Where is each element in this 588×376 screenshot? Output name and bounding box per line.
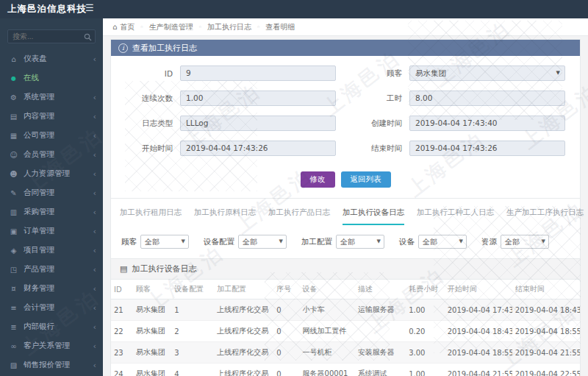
table-cell: 0.20 bbox=[406, 321, 444, 342]
sidebar-item-15[interactable]: ∞客户关系管理‹ bbox=[0, 336, 103, 355]
table-cell: 1.00 bbox=[406, 363, 444, 376]
chevron-left-icon: ‹ bbox=[93, 112, 96, 121]
breadcrumb-item-log[interactable]: 加工执行日志 bbox=[207, 22, 251, 32]
tab-worker-log[interactable]: 加工执行工种工人日志 bbox=[417, 207, 494, 225]
table-cell: 2019-04-04 21:55:26 bbox=[512, 342, 580, 363]
sidebar-item-9[interactable]: ▣订单管理‹ bbox=[0, 221, 103, 241]
chevron-left-icon: ‹ bbox=[93, 188, 96, 198]
sidebar-item-label: 系统管理 bbox=[24, 92, 54, 102]
table-cell: 运输服务器 bbox=[355, 299, 406, 321]
table-row[interactable]: 21易水集团1上线程序化交易0小卡车运输服务器1.002019-04-04 17… bbox=[111, 299, 580, 321]
sidebar-item-label: 人力资源管理 bbox=[24, 169, 70, 179]
chevron-left-icon: ‹ bbox=[93, 322, 96, 332]
sidebar-item-2[interactable]: ⚙系统管理‹ bbox=[0, 88, 103, 107]
log-type-input[interactable]: LLLog bbox=[180, 116, 336, 131]
sidebar-item-7[interactable]: ✎合同管理‹ bbox=[0, 183, 103, 202]
sidebar-item-10[interactable]: ◈项目管理‹ bbox=[0, 241, 103, 260]
tab-process-log[interactable]: 生产加工工序执行日志 bbox=[506, 207, 584, 225]
table-cell: 易水集团 bbox=[133, 342, 171, 363]
filter-process-config-select[interactable]: 全部▼ bbox=[336, 235, 384, 249]
table-cell: 上线程序化交易 bbox=[214, 363, 273, 376]
table-cell: 上线程序化交易 bbox=[214, 299, 273, 321]
chevron-left-icon: ‹ bbox=[93, 131, 96, 141]
caret-down-icon: ▼ bbox=[542, 235, 545, 248]
filter-equipment: 设备 全部▼ bbox=[399, 235, 467, 249]
table-row[interactable]: 22易水集团2上线程序化交易0网线加工置件0.202019-04-04 18:4… bbox=[111, 321, 580, 342]
column-header: 加工配置 bbox=[214, 280, 273, 299]
system-icon: ⚙ bbox=[9, 93, 18, 102]
table-cell: 23 bbox=[111, 342, 133, 363]
table-row[interactable]: 24易水集团4上线程序化交易0服务器00001系统调试1.002019-04-0… bbox=[111, 363, 580, 376]
filter-resource-select[interactable]: 全部▼ bbox=[501, 235, 549, 249]
sidebar-item-label: 订单管理 bbox=[24, 226, 54, 236]
sidebar-item-16[interactable]: ▨销售报价管理‹ bbox=[0, 355, 103, 375]
modify-button[interactable]: 修改 bbox=[301, 171, 335, 188]
filter-resource: 资源 全部▼ bbox=[481, 235, 549, 249]
sidebar-item-5[interactable]: ☺会员管理‹ bbox=[0, 145, 103, 164]
table-cell: 24 bbox=[111, 363, 133, 376]
content-icon: ▤ bbox=[9, 113, 18, 121]
accounting-icon: ≡ bbox=[9, 304, 18, 312]
sidebar-item-1[interactable]: ●在线 bbox=[0, 68, 103, 88]
sidebar-item-11[interactable]: ◳产品管理‹ bbox=[0, 260, 103, 279]
sidebar-item-4[interactable]: ▦公司管理‹ bbox=[0, 126, 103, 145]
bank-icon: ≣ bbox=[9, 323, 18, 331]
chevron-left-icon: ‹ bbox=[93, 246, 96, 255]
table-cell: 22 bbox=[111, 321, 133, 342]
caret-down-icon: ▼ bbox=[556, 66, 560, 80]
contract-icon: ✎ bbox=[9, 189, 18, 197]
start-time-input[interactable]: 2019-04-04 17:43:26 bbox=[180, 141, 336, 156]
sidebar-item-12[interactable]: ¤财务管理‹ bbox=[0, 279, 103, 298]
equipment-log-table: ID顾客设备配置加工配置序号设备描述耗费小时开始时间结束时间 21易水集团1上线… bbox=[111, 280, 580, 376]
sidebar-item-label: 财务管理 bbox=[24, 283, 54, 294]
tab-equipment-log[interactable]: 加工执行设备日志 bbox=[343, 207, 404, 225]
breadcrumb-separator: ◦ bbox=[198, 24, 202, 31]
tab-product-log[interactable]: 加工执行产品日志 bbox=[268, 207, 330, 225]
page-title: 查看加工执行日志 bbox=[132, 43, 197, 54]
caret-down-icon: ▼ bbox=[182, 235, 185, 248]
sidebar-item-8[interactable]: ▥采购管理‹ bbox=[0, 202, 103, 221]
detail-form: ID 9 顾客 易水集团 ▼ 连续次数 1.00 工时 8.00 日志类型 LL… bbox=[111, 56, 580, 160]
breadcrumb-home[interactable]: ⌂ 首页 bbox=[112, 22, 135, 32]
back-to-list-button[interactable]: 返回列表 bbox=[341, 171, 391, 188]
sidebar-item-6[interactable]: ☻人力资源管理‹ bbox=[0, 164, 103, 183]
table-cell: 2019-04-04 17:43:26 bbox=[445, 299, 512, 321]
dashboard-icon: ⌂ bbox=[9, 55, 18, 63]
tab-material-log[interactable]: 加工执行原料日志 bbox=[194, 207, 256, 225]
sidebar-item-label: 采购管理 bbox=[24, 207, 54, 217]
breadcrumb-item-production[interactable]: 生产制造管理 bbox=[149, 22, 193, 32]
work-hours-input[interactable]: 8.00 bbox=[409, 91, 565, 106]
table-cell: 服务器00001 bbox=[300, 363, 355, 376]
table-cell: 4 bbox=[171, 363, 214, 376]
sidebar-item-14[interactable]: ≣内部银行‹ bbox=[0, 317, 103, 336]
filter-customer-select[interactable]: 全部▼ bbox=[140, 235, 189, 249]
finance-icon: ¤ bbox=[9, 285, 18, 293]
filter-equipment-config-select[interactable]: 全部▼ bbox=[238, 235, 287, 249]
field-id: ID 9 bbox=[126, 65, 336, 81]
menu-toggle-icon[interactable]: ☰ bbox=[85, 2, 94, 13]
sidebar-item-label: 销售报价管理 bbox=[24, 360, 70, 370]
sidebar-item-13[interactable]: ≡会计管理‹ bbox=[0, 298, 103, 317]
table-row[interactable]: 23易水集团3上线程序化交易0一号机柜安装服务器3.002019-04-04 1… bbox=[111, 342, 580, 363]
tab-rental-log[interactable]: 加工执行租用日志 bbox=[120, 207, 182, 225]
table-cell: 易水集团 bbox=[133, 321, 171, 342]
sidebar-item-0[interactable]: ⌂仪表盘‹ bbox=[0, 49, 103, 68]
id-input[interactable]: 9 bbox=[180, 65, 336, 81]
column-header: ID bbox=[111, 280, 133, 299]
repeat-count-input[interactable]: 1.00 bbox=[180, 91, 336, 106]
sidebar-item-label: 合同管理 bbox=[24, 188, 54, 198]
sidebar-item-label: 会计管理 bbox=[24, 302, 54, 313]
customer-select[interactable]: 易水集团 ▼ bbox=[409, 65, 565, 81]
sidebar-search-input[interactable] bbox=[7, 29, 96, 43]
breadcrumb: ⌂ 首页 ◦ 生产制造管理 ◦ 加工执行日志 ◦ 查看明细 bbox=[103, 18, 588, 36]
table-cell: 3 bbox=[171, 342, 214, 363]
filter-equipment-select[interactable]: 全部▼ bbox=[418, 235, 467, 249]
create-time-input[interactable]: 2019-04-04 17:43:40 bbox=[409, 116, 565, 131]
end-time-input[interactable]: 2019-04-04 17:43:26 bbox=[409, 141, 565, 156]
sidebar-item-3[interactable]: ▤内容管理‹ bbox=[0, 107, 103, 126]
table-cell: 一号机柜 bbox=[300, 342, 355, 363]
section-icon: ▤ bbox=[120, 264, 127, 274]
panel-header: i 查看加工执行日志 bbox=[111, 40, 580, 56]
chevron-left-icon: ‹ bbox=[93, 284, 96, 294]
column-header: 设备 bbox=[300, 280, 355, 299]
